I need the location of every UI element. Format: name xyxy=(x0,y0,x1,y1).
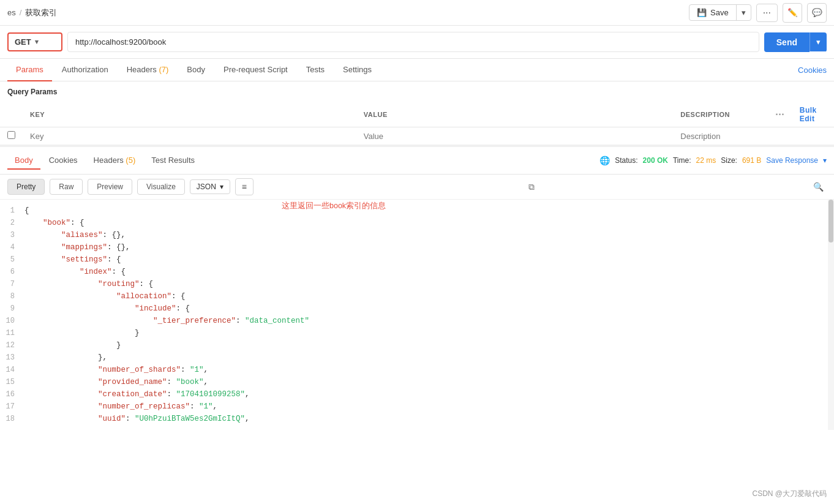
format-label: JSON xyxy=(197,182,216,191)
code-line: 9 "include": { xyxy=(0,303,834,315)
size-value: 691 B xyxy=(742,156,761,165)
size-label: Size: xyxy=(721,156,737,165)
view-pretty-button[interactable]: Pretty xyxy=(7,179,45,195)
resp-tab-headers[interactable]: Headers (5) xyxy=(86,152,143,170)
tab-tests[interactable]: Tests xyxy=(298,59,333,81)
save-dropdown-button[interactable]: ▾ xyxy=(736,5,751,20)
top-bar-actions: 💾 Save ▾ ··· ✏️ 💬 xyxy=(689,3,827,23)
code-line: 3 "aliases": {}, xyxy=(0,229,834,241)
search-button[interactable]: 🔍 xyxy=(810,178,827,195)
tab-params[interactable]: Params xyxy=(7,59,52,81)
comment-icon: 💬 xyxy=(812,8,822,17)
cookies-link[interactable]: Cookies xyxy=(798,66,827,75)
url-bar: GET ▾ Send ▾ xyxy=(0,26,834,59)
param-checkbox[interactable] xyxy=(7,131,15,139)
param-row-empty xyxy=(0,127,834,145)
col-key: KEY xyxy=(23,102,356,127)
breadcrumb-separator: / xyxy=(20,8,22,17)
param-desc-input[interactable] xyxy=(680,132,760,141)
scrollbar-thumb[interactable] xyxy=(828,200,833,243)
comment-button[interactable]: 💬 xyxy=(807,3,827,23)
col-description: DESCRIPTION xyxy=(673,102,767,127)
breadcrumb-part1: es xyxy=(7,8,16,17)
col-actions: ··· xyxy=(768,102,792,127)
format-chevron: ▾ xyxy=(220,182,224,191)
save-button-group[interactable]: 💾 Save ▾ xyxy=(689,4,751,21)
code-line: 16 "creation_date": "1704101099258", xyxy=(0,388,834,401)
save-response-button[interactable]: Save Response xyxy=(766,156,818,165)
code-area: 这里返回一些book索引的信息 1 { 2 "book": { 3 "alias… xyxy=(0,200,834,430)
code-line: 17 "number_of_replicas": "1", xyxy=(0,401,834,413)
view-preview-button[interactable]: Preview xyxy=(88,179,132,195)
edit-button[interactable]: ✏️ xyxy=(783,3,802,23)
code-line: 1 { xyxy=(0,205,834,217)
page-title: 获取索引 xyxy=(25,7,57,18)
col-value: VALUE xyxy=(356,102,674,127)
globe-icon: 🌐 xyxy=(599,156,610,165)
method-label: GET xyxy=(15,37,31,47)
code-line: 12 } xyxy=(0,339,834,352)
param-value-input[interactable] xyxy=(364,132,666,141)
code-line: 7 "routing": { xyxy=(0,278,834,290)
tab-pre-request[interactable]: Pre-request Script xyxy=(215,59,296,81)
breadcrumb: es / 获取索引 xyxy=(7,7,57,18)
response-bar: Body Cookies Headers (5) Test Results 🌐 … xyxy=(0,147,834,175)
more-options-button[interactable]: ··· xyxy=(756,4,778,22)
method-selector[interactable]: GET ▾ xyxy=(7,32,62,51)
resp-tab-body[interactable]: Body xyxy=(7,152,40,170)
save-button[interactable]: 💾 Save xyxy=(689,5,736,20)
resp-tab-cookies[interactable]: Cookies xyxy=(42,152,85,170)
send-button-group[interactable]: Send ▾ xyxy=(764,32,827,52)
code-line: 4 "mappings": {}, xyxy=(0,241,834,254)
code-line: 10 "_tier_preference": "data_content" xyxy=(0,315,834,327)
code-line: 2 "book": { xyxy=(0,217,834,229)
code-line: 15 "provided_name": "book", xyxy=(0,376,834,388)
tab-authorization[interactable]: Authorization xyxy=(53,59,117,81)
save-icon: 💾 xyxy=(697,8,707,17)
col-bulk-edit[interactable]: Bulk Edit xyxy=(792,102,834,127)
response-section: Body Cookies Headers (5) Test Results 🌐 … xyxy=(0,145,834,430)
scrollbar-track[interactable] xyxy=(828,200,834,430)
response-tabs: Body Cookies Headers (5) Test Results xyxy=(7,152,595,169)
wrap-icon: ≡ xyxy=(242,182,247,192)
url-input[interactable] xyxy=(67,32,759,52)
view-raw-button[interactable]: Raw xyxy=(50,179,83,195)
wrap-button[interactable]: ≡ xyxy=(235,178,254,195)
top-bar: es / 获取索引 💾 Save ▾ ··· ✏️ 💬 xyxy=(0,0,834,26)
code-line: 11 } xyxy=(0,327,834,339)
chevron-down-icon: ▾ xyxy=(35,38,39,46)
send-button[interactable]: Send xyxy=(764,32,810,52)
tab-headers[interactable]: Headers (7) xyxy=(118,59,178,81)
view-visualize-button[interactable]: Visualize xyxy=(137,179,185,195)
send-dropdown-button[interactable]: ▾ xyxy=(810,32,827,51)
format-selector[interactable]: JSON ▾ xyxy=(190,179,230,194)
params-table: KEY VALUE DESCRIPTION ··· Bulk Edit xyxy=(0,102,834,145)
copy-button[interactable]: ⧉ xyxy=(523,178,540,195)
code-line: 18 "uuid": "U0hPzuiBTaW5es2GmIcItQ", xyxy=(0,413,834,425)
code-line: 13 }, xyxy=(0,352,834,364)
param-key-input[interactable] xyxy=(30,132,349,141)
resp-tab-test-results[interactable]: Test Results xyxy=(144,152,202,170)
code-line: 5 "settings": { xyxy=(0,254,834,266)
time-label: Time: xyxy=(673,156,691,165)
query-params-section: Query Params KEY VALUE DESCRIPTION ··· B… xyxy=(0,81,834,145)
status-value: 200 OK xyxy=(643,156,668,165)
query-params-title: Query Params xyxy=(0,81,834,102)
code-toolbar: Pretty Raw Preview Visualize JSON ▾ ≡ ⧉ … xyxy=(0,175,834,200)
tab-body[interactable]: Body xyxy=(178,59,214,81)
save-response-chevron[interactable]: ▾ xyxy=(823,156,827,165)
pencil-icon: ✏️ xyxy=(787,8,798,17)
time-value: 22 ms xyxy=(696,156,716,165)
response-meta: 🌐 Status: 200 OK Time: 22 ms Size: 691 B… xyxy=(599,156,827,165)
code-annotation: 这里返回一些book索引的信息 xyxy=(282,201,386,211)
tab-settings[interactable]: Settings xyxy=(334,59,380,81)
code-line: 8 "allocation": { xyxy=(0,290,834,303)
status-label: Status: xyxy=(615,156,637,165)
code-line: 14 "number_of_shards": "1", xyxy=(0,364,834,376)
code-line: 6 "index": { xyxy=(0,266,834,278)
request-tabs: Params Authorization Headers (7) Body Pr… xyxy=(0,59,834,81)
